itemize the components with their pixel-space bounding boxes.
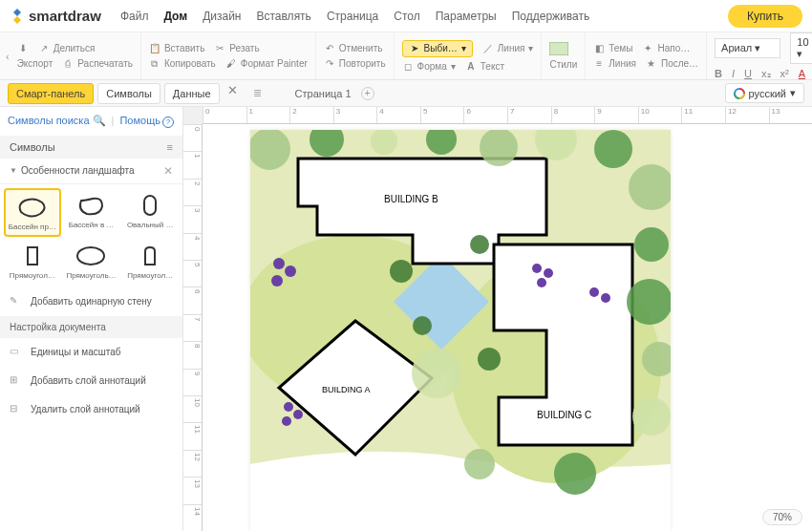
symbol-rect-2[interactable]: Прямоуголь…	[63, 239, 120, 284]
main-area: Символы поиска 🔍 | Помощь? Символы ≡ ▼ О…	[0, 107, 812, 531]
help-link[interactable]: Помощь?	[119, 115, 174, 128]
search-symbols-link[interactable]: Символы поиска 🔍	[8, 115, 106, 128]
sidebar: Символы поиска 🔍 | Помощь? Символы ≡ ▼ О…	[0, 107, 183, 531]
palette-icon: ◧	[593, 43, 605, 54]
svg-point-38	[293, 410, 303, 419]
print-icon: ⎙	[62, 58, 74, 70]
menu-items: Файл Дом Дизайн Вставлять Страница Стол …	[120, 10, 589, 23]
panel-close[interactable]: ✕	[224, 83, 242, 104]
symbol-rect-3[interactable]: Прямоугол…	[121, 239, 179, 284]
svg-point-24	[412, 349, 461, 398]
app-logo: smartdraw	[10, 8, 101, 24]
layer-add-icon: ⊞	[10, 374, 23, 388]
svg-point-16	[594, 130, 632, 168]
symbol-category[interactable]: ▼ Особенности ландшафта ✕	[0, 159, 182, 184]
share-icon: ↗	[38, 43, 50, 54]
document-tabs: Страница 1 +	[295, 87, 374, 100]
landscape-drawing: BUILDING B BUILDING C BUILDING A	[250, 130, 671, 531]
units-scale-button[interactable]: ▭ Единицы и масштаб	[0, 338, 182, 367]
tab-data[interactable]: Данные	[164, 83, 220, 104]
pencil-icon: ✎	[10, 295, 23, 308]
redo-icon: ↷	[324, 58, 335, 70]
bold-button[interactable]: B	[715, 68, 722, 79]
canvas[interactable]: BUILDING B BUILDING C BUILDING A	[203, 124, 812, 531]
paste-button[interactable]: 📋Вставить	[149, 43, 204, 54]
subscript-button[interactable]: x₂	[761, 68, 771, 80]
language-selector[interactable]: русский ▾	[725, 83, 804, 103]
menu-icon[interactable]: ≡	[167, 141, 173, 153]
format-painter-button[interactable]: 🖌Формат Painter	[225, 58, 308, 70]
undo-button[interactable]: ↶Отменить	[324, 43, 383, 54]
list-view-icon[interactable]: ≣	[253, 87, 267, 100]
shape-icon: ◻	[402, 61, 414, 73]
undo-icon: ↶	[324, 43, 335, 54]
help-icon: ?	[162, 117, 174, 128]
tab-row: Смарт-панель Символы Данные ✕ ≣ Страница…	[0, 80, 812, 107]
menu-file[interactable]: Файл	[120, 10, 149, 23]
tab-symbols[interactable]: Символы	[97, 83, 160, 104]
cursor-icon: ➤	[409, 43, 420, 54]
menu-insert[interactable]: Вставлять	[256, 10, 310, 23]
menu-page[interactable]: Страница	[327, 10, 378, 23]
line-style-button[interactable]: ≡Линия	[593, 58, 636, 70]
line-tool[interactable]: ／Линия ▾	[482, 43, 534, 54]
svg-point-4	[77, 247, 104, 265]
font-size-select[interactable]: 10 ▾	[790, 32, 812, 64]
svg-point-27	[478, 348, 501, 371]
menu-support[interactable]: Поддерживать	[512, 10, 590, 23]
format-row: B I U x₂ x² A Ω	[715, 68, 812, 80]
copy-button[interactable]: ⧉Копировать	[149, 58, 216, 70]
menu-home[interactable]: Дом	[163, 10, 187, 23]
add-annotation-layer-button[interactable]: ⊞ Добавить слой аннотаций	[0, 367, 182, 395]
text-tool[interactable]: AТекст	[465, 61, 504, 73]
doc-settings-header: Настройка документа	[0, 316, 182, 338]
underline-button[interactable]: U	[744, 68, 752, 79]
menu-table[interactable]: Стол	[394, 10, 419, 23]
shape-tool[interactable]: ◻Форма ▾	[402, 61, 456, 73]
svg-point-23	[464, 449, 495, 479]
ribbon-toolbar: ‹ ⬇ ↗Делиться Экспорт ⎙Распечатать 📋Вста…	[0, 32, 812, 80]
remove-annotation-layer-button[interactable]: ⊟ Удалить слой аннотаций	[0, 395, 182, 424]
effects-button[interactable]: ✦Напо…	[642, 43, 690, 54]
share-button[interactable]: ↗Делиться	[38, 43, 96, 54]
menu-options[interactable]: Параметры	[436, 10, 497, 23]
svg-point-37	[284, 402, 293, 412]
cut-button[interactable]: ✂Резать	[214, 43, 259, 54]
effects2-button[interactable]: ★После…	[646, 58, 698, 70]
tab-smartpanel[interactable]: Смарт-панель	[8, 83, 94, 104]
svg-point-28	[413, 316, 432, 335]
styles-icon	[549, 42, 568, 55]
zoom-indicator[interactable]: 70%	[762, 509, 802, 525]
italic-button[interactable]: I	[732, 68, 735, 79]
export-label[interactable]: Экспорт	[17, 58, 53, 69]
cut-icon: ✂	[214, 43, 225, 54]
svg-point-26	[470, 235, 489, 254]
export-button[interactable]: ⬇	[17, 43, 29, 54]
add-wall-button[interactable]: ✎ Добавить одинарную стену	[0, 287, 182, 316]
drawing-page[interactable]: BUILDING B BUILDING C BUILDING A	[250, 130, 671, 531]
select-tool[interactable]: ➤Выби… ▾	[402, 40, 473, 57]
redo-button[interactable]: ↷Повторить	[324, 58, 386, 70]
building-b-label: BUILDING B	[384, 194, 438, 204]
svg-rect-0	[549, 42, 568, 55]
font-select[interactable]: Ариал ▾	[715, 38, 780, 58]
superscript-button[interactable]: x²	[780, 68, 789, 79]
symbol-rect-1[interactable]: Прямоугол…	[4, 239, 61, 284]
add-page-button[interactable]: +	[361, 87, 374, 100]
symbol-pool-oval[interactable]: Овальный …	[121, 188, 179, 237]
menu-design[interactable]: Дизайн	[203, 10, 241, 23]
themes-button[interactable]: ◧Темы	[593, 43, 632, 54]
symbol-pool-kidney[interactable]: Бассейн в …	[63, 188, 120, 237]
category-close[interactable]: ✕	[163, 164, 173, 178]
menu-bar: smartdraw Файл Дом Дизайн Вставлять Стра…	[0, 0, 812, 32]
svg-point-21	[632, 397, 671, 435]
print-button[interactable]: ⎙Распечатать	[62, 58, 133, 70]
ruler-icon: ▭	[10, 346, 23, 359]
buy-button[interactable]: Купить	[728, 5, 802, 28]
doc-tab-1[interactable]: Страница 1	[295, 88, 352, 99]
styles-button[interactable]	[549, 42, 568, 55]
font-color-button[interactable]: A	[799, 68, 805, 79]
symbol-pool-freeform[interactable]: Бассейн пр…	[4, 188, 61, 237]
svg-point-25	[390, 260, 413, 283]
layer-remove-icon: ⊟	[10, 403, 23, 416]
